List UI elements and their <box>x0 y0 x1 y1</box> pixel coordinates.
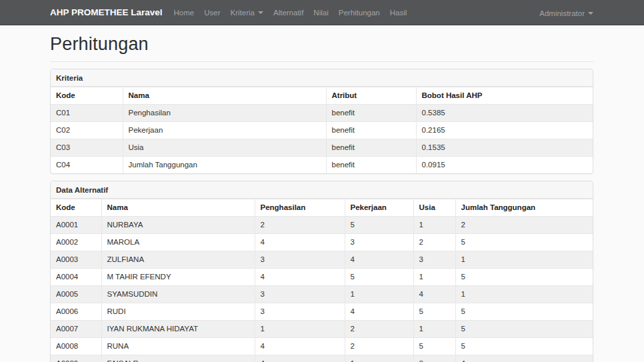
user-menu-area: Administrator <box>539 7 593 19</box>
table-row: A0005SYAMSUDDIN3141 <box>51 286 593 303</box>
nav-item-kriteria-label: Kriteria <box>231 9 255 17</box>
table-cell: MAROLA <box>101 234 255 251</box>
nav-item-alternatif[interactable]: Alternatif <box>273 9 303 17</box>
table-row: C04Jumlah Tanggunganbenefit0.0915 <box>51 157 593 174</box>
nav-item-user[interactable]: User <box>204 9 220 17</box>
table-cell: C02 <box>51 122 123 139</box>
table-row: A0009FAISALR4134 <box>51 355 593 362</box>
page-title: Perhitungan <box>50 34 593 55</box>
table-cell: Pekerjaan <box>123 122 326 139</box>
table-cell: 1 <box>255 321 345 338</box>
user-menu-dropdown[interactable]: Administrator <box>539 9 593 17</box>
kriteria-table: KodeNamaAtributBobot Hasil AHPC01Penghas… <box>51 87 593 173</box>
table-row: A0003ZULFIANA3431 <box>51 251 593 269</box>
table-cell: 0.0915 <box>416 157 593 174</box>
table-cell: 1 <box>413 269 455 286</box>
table-cell: A0008 <box>51 338 101 355</box>
table-cell: 2 <box>255 217 345 234</box>
nav-item-nilai[interactable]: Nilai <box>313 9 328 17</box>
table-cell: NURBAYA <box>101 217 255 234</box>
table-cell: A0001 <box>51 217 101 234</box>
table-cell: 3 <box>345 234 413 251</box>
table-cell: C04 <box>51 157 123 174</box>
table-row: A0006RUDI3455 <box>51 303 593 321</box>
column-header: Nama <box>123 87 326 105</box>
table-cell: A0007 <box>51 321 101 338</box>
table-cell: 5 <box>455 338 593 355</box>
navbar: AHP PROMETHEE Laravel Home User Kriteria… <box>0 0 644 25</box>
table-cell: 3 <box>255 303 345 321</box>
table-cell: 4 <box>413 286 455 303</box>
table-cell: C01 <box>51 105 123 122</box>
column-header: Atribut <box>326 87 416 105</box>
table-cell: 0.2165 <box>416 122 593 139</box>
table-row: C03Usiabenefit0.1535 <box>51 139 593 157</box>
table-row: A0008RUNA4255 <box>51 338 593 355</box>
table-cell: 5 <box>455 269 593 286</box>
column-header: Kode <box>51 199 101 217</box>
table-row: A0002MAROLA4325 <box>51 234 593 251</box>
nav-item-home[interactable]: Home <box>174 9 195 17</box>
table-cell: 2 <box>455 217 593 234</box>
navbar-inner: AHP PROMETHEE Laravel Home User Kriteria… <box>50 0 593 25</box>
table-cell: 2 <box>413 234 455 251</box>
nav-item-perhitungan[interactable]: Perhitungan <box>339 9 380 17</box>
table-cell: 4 <box>255 355 345 362</box>
table-cell: A0002 <box>51 234 101 251</box>
alternatif-table: KodeNamaPenghasilanPekerjaanUsiaJumlah T… <box>51 199 593 362</box>
table-cell: 2 <box>345 338 413 355</box>
table-cell: 1 <box>345 286 413 303</box>
table-cell: 3 <box>255 251 345 269</box>
table-cell: A0005 <box>51 286 101 303</box>
table-cell: 4 <box>345 251 413 269</box>
table-cell: 4 <box>255 234 345 251</box>
table-cell: 3 <box>413 251 455 269</box>
table-cell: Jumlah Tanggungan <box>123 157 326 174</box>
table-cell: benefit <box>326 139 416 157</box>
table-cell: 0.5385 <box>416 105 593 122</box>
header-row: KodeNamaAtributBobot Hasil AHP <box>51 87 593 105</box>
table-cell: 4 <box>345 303 413 321</box>
table-cell: IYAN RUKMANA HIDAYAT <box>101 321 255 338</box>
table-cell: 1 <box>455 286 593 303</box>
navbar-brand[interactable]: AHP PROMETHEE Laravel <box>50 7 163 17</box>
table-cell: 0.1535 <box>416 139 593 157</box>
kriteria-panel-title: Kriteria <box>51 69 593 87</box>
table-cell: 5 <box>455 321 593 338</box>
chevron-down-icon <box>258 11 263 14</box>
main-menu: Home User Kriteria Alternatif Nilai Perh… <box>174 9 407 17</box>
column-header: Pekerjaan <box>345 199 413 217</box>
column-header: Nama <box>101 199 255 217</box>
page-content: Perhitungan Kriteria KodeNamaAtributBobo… <box>50 34 593 362</box>
table-row: A0001NURBAYA2512 <box>51 217 593 234</box>
nav-item-hasil[interactable]: Hasil <box>390 9 407 17</box>
table-row: A0007IYAN RUKMANA HIDAYAT1215 <box>51 321 593 338</box>
table-cell: 1 <box>413 217 455 234</box>
table-cell: 4 <box>255 269 345 286</box>
table-cell: 5 <box>455 303 593 321</box>
table-cell: 5 <box>455 234 593 251</box>
table-row: A0004M TAHIR EFENDY4515 <box>51 269 593 286</box>
column-header: Kode <box>51 87 123 105</box>
table-cell: Penghasilan <box>123 105 326 122</box>
table-cell: 5 <box>413 338 455 355</box>
table-cell: ZULFIANA <box>101 251 255 269</box>
table-cell: A0003 <box>51 251 101 269</box>
table-cell: M TAHIR EFENDY <box>101 269 255 286</box>
table-cell: 3 <box>255 286 345 303</box>
table-cell: 4 <box>455 355 593 362</box>
table-cell: benefit <box>326 105 416 122</box>
table-cell: A0006 <box>51 303 101 321</box>
nav-item-kriteria[interactable]: Kriteria <box>231 9 263 17</box>
table-cell: A0004 <box>51 269 101 286</box>
table-row: C01Penghasilanbenefit0.5385 <box>51 105 593 122</box>
table-cell: 2 <box>345 321 413 338</box>
header-row: KodeNamaPenghasilanPekerjaanUsiaJumlah T… <box>51 199 593 217</box>
user-menu-label: Administrator <box>539 9 585 17</box>
table-cell: 1 <box>345 355 413 362</box>
table-cell: RUDI <box>101 303 255 321</box>
table-cell: 3 <box>413 355 455 362</box>
column-header: Jumlah Tanggungan <box>455 199 593 217</box>
table-cell: 4 <box>255 338 345 355</box>
column-header: Usia <box>413 199 455 217</box>
